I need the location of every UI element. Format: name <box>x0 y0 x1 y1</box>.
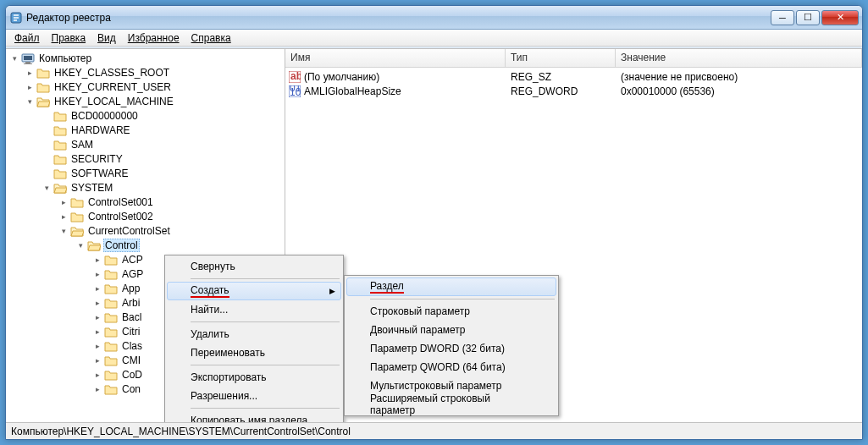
separator <box>191 321 340 322</box>
tree-node-currentcontrolset[interactable]: ▾CurrentControlSet <box>6 223 285 238</box>
ctx-find[interactable]: Найти... <box>167 300 341 319</box>
folder-icon <box>87 239 101 251</box>
ctx-new-key[interactable]: Раздел <box>346 277 556 296</box>
ctx-collapse[interactable]: Свернуть <box>167 257 341 276</box>
menu-view[interactable]: Вид <box>92 30 121 46</box>
folder-icon <box>104 326 118 338</box>
tree-node-computer[interactable]: ▾Компьютер <box>6 51 285 65</box>
ctx-permissions[interactable]: Разрешения... <box>167 387 341 405</box>
menu-favorites[interactable]: Избранное <box>123 30 185 46</box>
header-value[interactable]: Значение <box>616 49 862 67</box>
menu-file[interactable]: Файл <box>9 30 45 46</box>
folder-icon <box>53 124 67 136</box>
tree-node-system[interactable]: ▾SYSTEM <box>6 180 285 195</box>
string-value-icon <box>289 71 301 83</box>
ctx-delete[interactable]: Удалить <box>167 325 341 343</box>
header-name[interactable]: Имя <box>285 49 506 67</box>
minimize-button[interactable]: ─ <box>771 10 794 25</box>
ctx-new-binary[interactable]: Двоичный параметр <box>346 321 556 339</box>
list-header: Имя Тип Значение <box>285 49 862 68</box>
regedit-window: Редактор реестра ─ ☐ ✕ Файл Правка Вид И… <box>5 5 863 440</box>
maximize-button[interactable]: ☐ <box>796 10 820 25</box>
separator <box>191 365 340 365</box>
menubar: Файл Правка Вид Избранное Справка <box>6 30 862 47</box>
dword-value-icon <box>289 85 301 97</box>
chevron-right-icon: ▶ <box>329 287 335 295</box>
folder-icon <box>36 96 50 107</box>
folder-icon <box>70 211 84 222</box>
ctx-new-dword[interactable]: Параметр DWORD (32 бита) <box>346 339 556 358</box>
computer-icon <box>21 52 35 64</box>
separator <box>370 299 555 299</box>
tree-node[interactable]: SOFTWARE <box>6 166 285 180</box>
tree-node[interactable]: BCD00000000 <box>6 108 285 123</box>
folder-icon <box>53 168 67 179</box>
header-type[interactable]: Тип <box>506 49 616 67</box>
tree-node-hklm[interactable]: ▾HKEY_LOCAL_MACHINE <box>6 94 285 108</box>
regedit-icon <box>9 11 23 25</box>
tree-node-hkcu[interactable]: ▸HKEY_CURRENT_USER <box>6 80 285 94</box>
tree-node[interactable]: SECURITY <box>6 151 285 166</box>
folder-icon <box>53 182 67 194</box>
list-item[interactable]: (По умолчанию) REG_SZ (значение не присв… <box>285 69 862 84</box>
status-path: Компьютер\HKEY_LOCAL_MACHINE\SYSTEM\Curr… <box>11 426 351 437</box>
tree-node[interactable]: SAM <box>6 137 285 151</box>
list-item[interactable]: AMLIGlobalHeapSize REG_DWORD 0x00010000 … <box>285 84 862 98</box>
folder-icon <box>104 354 118 366</box>
menu-edit[interactable]: Правка <box>47 30 91 46</box>
folder-icon <box>36 81 50 93</box>
folder-icon <box>104 297 118 309</box>
folder-icon <box>104 383 118 395</box>
tree-node-control[interactable]: ▾Control <box>6 238 285 252</box>
folder-icon <box>104 283 118 294</box>
tree-node-hkcr[interactable]: ▸HKEY_CLASSES_ROOT <box>6 65 285 80</box>
context-submenu-create: Раздел Строковый параметр Двоичный парам… <box>344 275 559 416</box>
folder-icon <box>104 311 118 323</box>
folder-icon <box>36 67 50 79</box>
statusbar: Компьютер\HKEY_LOCAL_MACHINE\SYSTEM\Curr… <box>6 422 862 439</box>
ctx-new-qword[interactable]: Параметр QWORD (64 бита) <box>346 358 556 376</box>
ctx-new-expandstring[interactable]: Расширяемый строковый параметр <box>346 395 556 414</box>
menu-help[interactable]: Справка <box>186 30 236 46</box>
ctx-create[interactable]: Создать▶ <box>167 282 341 300</box>
folder-icon <box>53 110 67 122</box>
client-area: ▾Компьютер ▸HKEY_CLASSES_ROOT ▸HKEY_CURR… <box>6 49 862 422</box>
folder-icon <box>53 153 67 165</box>
folder-icon <box>70 225 84 237</box>
tree-node[interactable]: ▸ControlSet001 <box>6 195 285 209</box>
tree-node[interactable]: ▸ControlSet002 <box>6 209 285 223</box>
tree-node[interactable]: HARDWARE <box>6 123 285 137</box>
folder-icon <box>104 254 118 266</box>
folder-icon <box>70 196 84 208</box>
ctx-rename[interactable]: Переименовать <box>167 343 341 362</box>
separator <box>191 278 340 279</box>
separator <box>191 408 340 409</box>
folder-icon <box>104 340 118 352</box>
ctx-export[interactable]: Экспортировать <box>167 368 341 387</box>
ctx-copy-key-name[interactable]: Копировать имя раздела <box>167 411 341 422</box>
titlebar[interactable]: Редактор реестра ─ ☐ ✕ <box>6 6 862 30</box>
context-menu: Свернуть Создать▶ Найти... Удалить Переи… <box>164 255 344 422</box>
ctx-new-string[interactable]: Строковый параметр <box>346 302 556 321</box>
folder-icon <box>53 139 67 151</box>
folder-icon <box>104 268 118 280</box>
window-title: Редактор реестра <box>26 12 771 24</box>
folder-icon <box>104 369 118 381</box>
close-button[interactable]: ✕ <box>821 10 859 25</box>
